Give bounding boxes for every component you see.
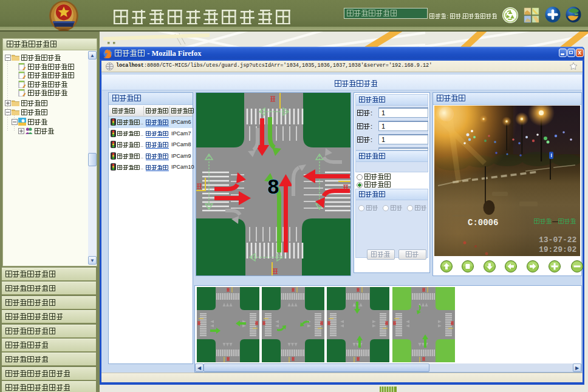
svg-text:8: 8 [268, 175, 279, 198]
svg-text:19:29:02: 19:29:02 [539, 245, 577, 254]
svg-text:C:0006: C:0006 [468, 218, 498, 228]
svg-text:13-07-22: 13-07-22 [539, 235, 577, 245]
